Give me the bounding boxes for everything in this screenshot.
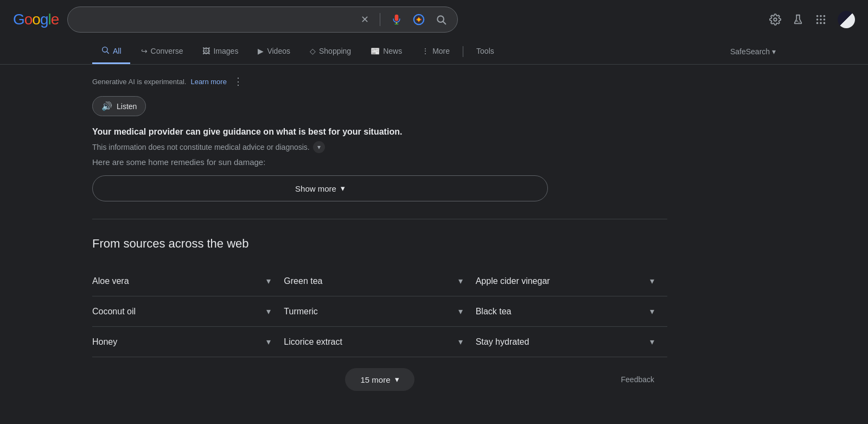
chevron-down-icon: ▾ [266,337,271,347]
avatar[interactable] [838,11,855,28]
remedy-name: Turmeric [284,307,318,317]
remedy-name: Stay hydrated [476,337,529,347]
ai-banner-text: Generative AI is experimental. [92,78,186,86]
svg-point-10 [816,18,819,21]
lens-icon [413,14,425,26]
svg-line-17 [107,52,109,54]
header: Google how to prevent sun damage for ski… [0,0,868,39]
nav-item-news[interactable]: 📰 News [362,40,411,64]
search-submit-icon [436,14,446,25]
bottom-bar: 15 more ▾ Feedback [92,357,667,402]
remedy-item[interactable]: Black tea ▾ [476,296,667,327]
remedy-item[interactable]: Stay hydrated ▾ [476,327,667,357]
svg-point-7 [816,15,819,17]
section-divider [92,219,667,219]
remedy-name: Honey [92,337,117,347]
remedy-name: Coconut oil [92,307,136,317]
more-chevron-icon: ▾ [395,375,399,384]
nav-divider [463,46,463,57]
nav-news-label: News [383,47,402,55]
gear-icon [769,14,781,26]
ai-banner: Generative AI is experimental. Learn mor… [92,75,667,87]
nav-item-converse[interactable]: ↪ Converse [132,40,192,64]
search-icons: ✕ [359,11,449,28]
news-icon: 📰 [371,47,380,55]
nav-shopping-label: Shopping [319,47,351,55]
remedy-name: Apple cider vinegar [476,276,550,286]
google-logo: Google [13,11,59,28]
show-more-button[interactable]: Show more ▾ [92,175,548,201]
svg-point-1 [418,18,421,21]
settings-button[interactable] [769,14,781,26]
chevron-down-icon: ▾ [650,306,654,317]
ai-disclaimer: This information does not constitute med… [92,141,667,153]
apps-icon [815,14,827,26]
svg-point-5 [796,20,798,22]
remedy-item[interactable]: Turmeric ▾ [284,296,475,327]
ai-disclaimer-text: This information does not constitute med… [92,143,310,151]
apps-button[interactable] [815,14,827,26]
remedy-item[interactable]: Honey ▾ [92,327,284,357]
chevron-down-icon: ▾ [266,306,271,317]
chevron-down-icon: ▾ [458,337,463,347]
svg-point-12 [824,18,826,21]
chevron-down-icon: ▾ [650,337,654,347]
labs-button[interactable] [792,14,804,26]
svg-point-8 [820,15,822,17]
mic-icon [391,14,402,25]
svg-point-14 [820,22,822,24]
clear-button[interactable]: ✕ [359,11,371,28]
search-submit-button[interactable] [433,12,449,27]
svg-point-9 [824,15,826,17]
nav-converse-label: Converse [151,47,183,55]
mic-button[interactable] [389,12,404,27]
nav-tools-label: Tools [476,47,494,55]
svg-point-16 [103,47,107,52]
remedy-item[interactable]: Licorice extract ▾ [284,327,475,357]
remedy-name: Green tea [284,276,322,286]
disclaimer-toggle-button[interactable]: ▾ [313,141,325,153]
nav-item-videos[interactable]: ▶ Videos [249,40,299,64]
remedies-grid: Aloe vera ▾ Green tea ▾ Apple cider vine… [92,266,667,357]
nav-item-all[interactable]: All [92,39,130,64]
safe-search-label: SafeSearch ▾ [730,47,776,56]
remedy-item[interactable]: Aloe vera ▾ [92,266,284,296]
listen-button[interactable]: 🔊 Listen [92,96,146,116]
svg-point-13 [816,22,819,24]
ai-response-bold: Your medical provider can give guidance … [92,127,402,136]
safe-search[interactable]: SafeSearch ▾ [730,47,776,56]
nav-item-shopping[interactable]: ◇ Shopping [301,40,360,64]
svg-point-6 [799,22,800,23]
search-input[interactable]: how to prevent sun damage for skin and h… [76,15,359,24]
chevron-down-icon: ▾ [458,306,463,317]
lens-button[interactable] [411,11,427,28]
ai-more-button[interactable]: ⋮ [231,75,245,87]
nav-item-more[interactable]: ⋮ More [413,40,458,64]
search-divider [380,13,380,26]
remedy-name: Black tea [476,307,512,317]
remedy-item[interactable]: Apple cider vinegar ▾ [476,266,667,296]
more-results-button[interactable]: 15 more ▾ [345,368,414,391]
converse-icon: ↪ [141,47,148,55]
remedy-item[interactable]: Coconut oil ▾ [92,296,284,327]
nav-videos-label: Videos [267,47,290,55]
feedback-link[interactable]: Feedback [621,375,654,384]
show-more-label: Show more [295,184,336,193]
remedy-item[interactable]: Green tea ▾ [284,266,475,296]
nav-bar: All ↪ Converse 🖼 Images ▶ Videos ◇ Shopp… [0,39,868,65]
svg-point-15 [824,22,826,24]
chevron-down-icon: ▾ [458,276,463,286]
videos-icon: ▶ [258,47,264,55]
nav-item-images[interactable]: 🖼 Images [194,40,247,64]
labs-icon [792,14,804,26]
search-bar: how to prevent sun damage for skin and h… [67,7,458,33]
svg-line-3 [443,22,446,24]
listen-label: Listen [117,102,137,111]
remedy-name: Aloe vera [92,276,129,286]
learn-more-link[interactable]: Learn more [190,78,226,86]
all-icon [101,46,110,56]
sources-title: From sources across the web [92,237,667,251]
nav-all-label: All [113,47,122,55]
nav-item-tools[interactable]: Tools [468,40,503,64]
nav-images-label: Images [213,47,238,55]
